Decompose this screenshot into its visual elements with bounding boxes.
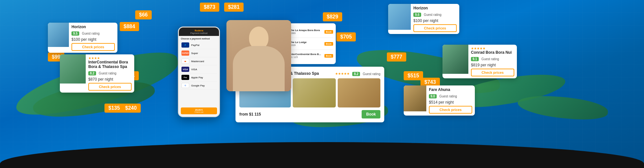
book-button-1[interactable]: Book [324, 30, 333, 34]
mastercard-label: Mastercard [191, 60, 204, 63]
hotel-list-price-1: $393 [290, 32, 323, 35]
rating-label-horizon-right: Guest rating [424, 13, 441, 17]
price-badge-873: $873 [200, 3, 219, 12]
hotel-list-price-3: $1 115 [290, 56, 323, 59]
hotel-list-name-1: The Le Anapa Bora Bora [290, 29, 323, 32]
payment-item-visa[interactable]: VISA VISA [181, 65, 217, 73]
rating-label-intercontinental-left: Guest rating [99, 72, 116, 75]
hotel-large-price: from $1 115 [239, 112, 261, 117]
hotel-image-horizon-right [388, 4, 411, 30]
hotel-large-footer: from $1 115 Book [239, 110, 380, 118]
check-prices-button-horizon-right[interactable]: Check prices [413, 24, 457, 32]
island-6 [517, 93, 609, 122]
rating-badge-conrad: 9.1 [471, 57, 479, 61]
hotel-card-fare-ahuna: Fare Ahuna 9.0 Guest rating $514 per nig… [404, 85, 475, 116]
visa-label: VISA [191, 68, 197, 71]
price-fare-ahuna: $514 per night [429, 100, 472, 105]
hotel-name-fare-ahuna: Fare Ahuna [429, 87, 472, 92]
hotel-card-horizon-left: Horizon 9.5 Guest rating $100 per night … [48, 23, 117, 53]
book-button-large[interactable]: Book [362, 110, 380, 118]
googlepay-icon: G [181, 83, 189, 88]
super-label: Super [191, 52, 198, 55]
hotel-image-conrad [442, 45, 468, 74]
rating-label-horizon-left: Guest rating [82, 32, 99, 35]
hotel-card-horizon-right: Horizon 9.6 Guest rating $100 per night … [388, 4, 459, 34]
hotel-list-price-2: $319 [290, 44, 323, 47]
hotel-list-name-3: InterContinental Bora B... [290, 53, 323, 56]
hotel-list-info-3: InterContinental Bora B... $1 115 [290, 53, 323, 59]
price-badge-705: $705 [336, 32, 356, 41]
phone-mockup: fludera Payment method Choose a payment … [178, 27, 220, 117]
price-badge-515: $515 [404, 71, 423, 80]
price-horizon-left: $100 per night [71, 37, 115, 42]
price-badge-829: $829 [323, 12, 342, 21]
phone-app-title: fludera [180, 29, 217, 32]
applepay-label: Apple Pay [191, 76, 203, 79]
rating-badge-large: 8.2 [352, 72, 360, 76]
price-badge-281: $281 [224, 3, 244, 12]
super-icon: SUPER [181, 50, 189, 56]
phone-header: fludera Payment method [179, 28, 219, 36]
hotel-image-intercontinental-left [60, 54, 86, 84]
payment-item-googlepay[interactable]: G Google Pay [181, 82, 217, 90]
choose-payment-label: Choose a payment method [181, 38, 217, 40]
woman-photo [226, 20, 291, 91]
payment-item-mastercard[interactable]: ●● Mastercard [181, 57, 217, 65]
hotel-image-horizon-left [48, 23, 69, 47]
rating-label-fare-ahuna: Guest rating [439, 95, 457, 98]
price-badge-777: $777 [387, 52, 406, 62]
book-button-2[interactable]: Book [324, 42, 333, 46]
hotel-image-fare-ahuna [404, 85, 426, 111]
check-prices-button-conrad[interactable]: Check prices [471, 69, 514, 76]
hotel-card-conrad: ★★★★★ Conrad Bora Bora Nui 9.1 Guest rat… [442, 45, 517, 78]
price-badge-240: $240 [121, 104, 141, 113]
hotel-large-stars: ★★★★★ [335, 72, 350, 75]
mastercard-icon: ●● [181, 59, 189, 64]
hotel-list-name-2: The Le Lodge [290, 41, 323, 44]
paypal-label: PayPal [191, 44, 199, 47]
hotel-name-horizon-right: Horizon [413, 6, 457, 10]
stars-conrad: ★★★★★ [471, 47, 514, 50]
price-badge-884: $884 [120, 22, 139, 31]
price-horizon-right: $100 per night [413, 18, 457, 23]
rating-label-large: Guest rating [363, 72, 380, 76]
rating-badge-horizon-right: 9.6 [413, 13, 421, 17]
hotel-large-img-3 [338, 78, 381, 107]
check-prices-button-horizon-left[interactable]: Check prices [71, 43, 115, 51]
phone-footer-amount: 20,00 € [182, 109, 216, 111]
applepay-icon: Pay [181, 75, 189, 80]
hotel-name-horizon-left: Horizon [71, 25, 115, 29]
phone-footer[interactable]: 20,00 € Check-out [181, 107, 217, 114]
rating-badge-fare-ahuna: 9.0 [429, 94, 437, 98]
stars-intercontinental-left: ★★★★ [88, 56, 132, 60]
check-prices-button-fare-ahuna[interactable]: Check prices [429, 106, 472, 114]
payment-item-super[interactable]: SUPER Super [181, 49, 217, 57]
googlepay-label: Google Pay [191, 84, 205, 87]
hotel-name-intercontinental-left: InterContinental Bora Bora & Thalasso Sp… [88, 60, 132, 69]
hotel-large-img-2 [293, 78, 336, 107]
hotel-card-intercontinental-left: ★★★★ InterContinental Bora Bora & Thalas… [60, 54, 134, 93]
rating-badge-horizon-left: 9.5 [71, 31, 79, 36]
hotel-list-info-1: The Le Anapa Bora Bora $393 [290, 29, 323, 35]
price-conrad: $819 per night [471, 63, 514, 67]
price-badge-66: $66 [135, 10, 152, 19]
price-intercontinental-left: $870 per night [88, 77, 132, 82]
phone-footer-action: Check-out [182, 111, 216, 113]
book-button-3[interactable]: Book [324, 54, 333, 58]
phone-screen: fludera Payment method Choose a payment … [179, 28, 219, 116]
hotel-list-info-2: The Le Lodge $319 [290, 41, 323, 47]
rating-badge-intercontinental-left: 8.2 [88, 71, 96, 75]
paypal-icon: P [181, 42, 189, 48]
visa-icon: VISA [181, 67, 189, 72]
rating-label-conrad: Guest rating [481, 57, 499, 61]
price-badge-135: $135 [104, 104, 124, 113]
payment-item-paypal[interactable]: P PayPal [181, 41, 217, 49]
phone-subtitle: Payment method [180, 32, 217, 34]
check-prices-button-intercontinental-left[interactable]: Check prices [88, 83, 132, 91]
hotel-name-conrad: Conrad Bora Bora Nui [471, 50, 514, 55]
payment-item-applepay[interactable]: Pay Apple Pay [181, 73, 217, 82]
